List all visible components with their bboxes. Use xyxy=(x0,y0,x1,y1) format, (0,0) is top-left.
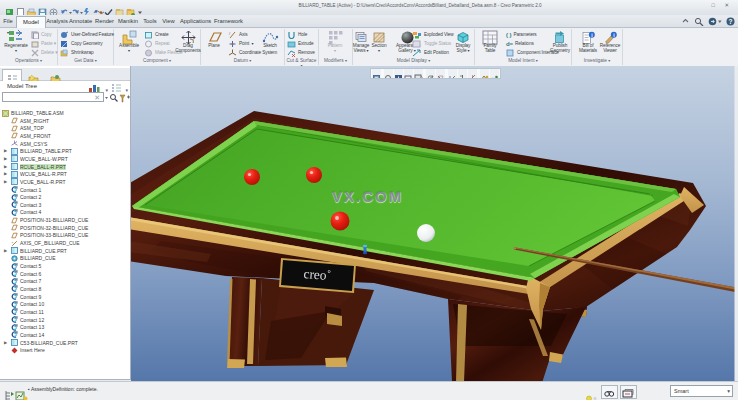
svg-text:R: R xyxy=(16,270,18,274)
svg-text:creo˚: creo˚ xyxy=(303,266,332,283)
svg-text:R: R xyxy=(16,263,18,267)
svg-text:R: R xyxy=(16,201,18,205)
svg-text:R: R xyxy=(16,293,18,297)
svg-text:R: R xyxy=(16,186,18,190)
svg-text:?: ? xyxy=(729,18,733,25)
svg-text:/: / xyxy=(229,31,231,36)
svg-text:R: R xyxy=(16,309,18,313)
svg-text:R: R xyxy=(16,209,18,213)
svg-text:R: R xyxy=(16,324,18,328)
svg-text:R: R xyxy=(16,301,18,305)
svg-text:R: R xyxy=(16,286,18,290)
svg-text:R: R xyxy=(16,332,18,336)
svg-text:R: R xyxy=(16,278,18,282)
svg-text:R: R xyxy=(16,316,18,320)
svg-text:R: R xyxy=(16,194,18,198)
